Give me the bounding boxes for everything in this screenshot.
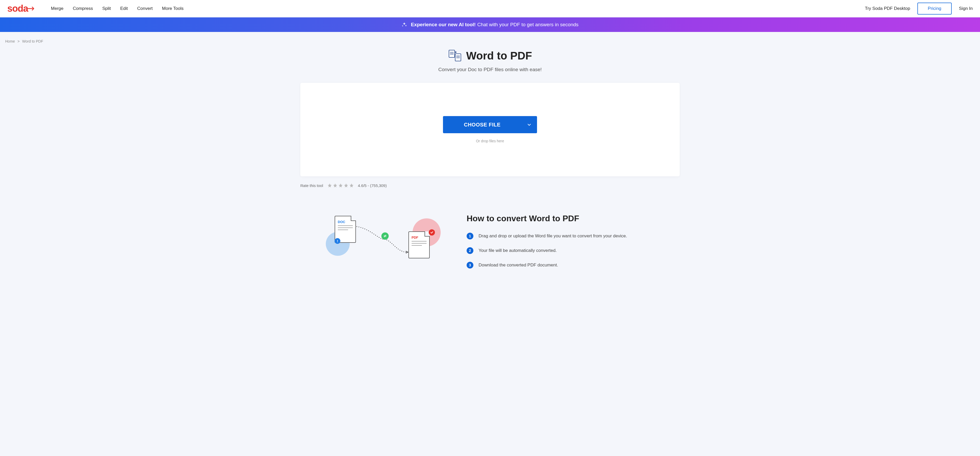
upload-dropzone[interactable]: CHOOSE FILE Or drop files here bbox=[300, 83, 680, 176]
breadcrumb-sep: > bbox=[18, 39, 19, 43]
star-icon[interactable] bbox=[333, 183, 337, 188]
step-text: Drag and drop or upload the Word file yo… bbox=[479, 233, 627, 240]
banner-bold: Experience our new AI tool! bbox=[411, 22, 476, 27]
pdf-file-icon: PDF bbox=[409, 231, 430, 258]
title-section: Word to PDF Convert your Doc to PDF file… bbox=[0, 49, 980, 73]
choose-file-label: CHOOSE FILE bbox=[443, 122, 522, 128]
sign-in-link[interactable]: Sign In bbox=[959, 6, 973, 11]
main-nav: Merge Compress Split Edit Convert More T… bbox=[51, 6, 183, 11]
rating-row: Rate this tool 4.6/5 - (755,309) bbox=[300, 183, 680, 188]
swap-icon bbox=[382, 232, 389, 240]
star-icon[interactable] bbox=[349, 183, 354, 188]
breadcrumb-home[interactable]: Home bbox=[5, 39, 15, 43]
page-title: Word to PDF bbox=[466, 49, 532, 62]
howto-step: 1 Drag and drop or upload the Word file … bbox=[467, 233, 656, 240]
chevron-down-icon[interactable] bbox=[522, 122, 537, 127]
howto-illustration: DOC ! PDF bbox=[324, 214, 446, 263]
nav-compress[interactable]: Compress bbox=[73, 6, 93, 11]
ai-banner[interactable]: Experience our new AI tool! Chat with yo… bbox=[0, 17, 980, 32]
howto-title: How to convert Word to PDF bbox=[467, 214, 656, 223]
step-badge: 3 bbox=[467, 262, 473, 269]
star-icon[interactable] bbox=[344, 183, 348, 188]
try-desktop-link[interactable]: Try Soda PDF Desktop bbox=[865, 6, 910, 11]
banner-text: Chat with your PDF to get answers in sec… bbox=[477, 22, 579, 27]
pricing-button[interactable]: Pricing bbox=[917, 3, 952, 14]
nav-more-tools[interactable]: More Tools bbox=[162, 6, 184, 11]
step-text: Download the converted PDF document. bbox=[479, 262, 558, 269]
logo[interactable]: soda bbox=[7, 3, 35, 14]
step-badge: 1 bbox=[467, 233, 473, 240]
nav-convert[interactable]: Convert bbox=[137, 6, 153, 11]
rating-score: 4.6/5 - (755,309) bbox=[358, 183, 387, 188]
svg-rect-4 bbox=[455, 54, 461, 61]
right-nav: Try Soda PDF Desktop Pricing Sign In bbox=[865, 3, 973, 14]
check-badge-icon bbox=[429, 229, 435, 235]
doc-to-pdf-icon bbox=[448, 49, 463, 62]
howto-step: 3 Download the converted PDF document. bbox=[467, 262, 656, 269]
app-header: soda Merge Compress Split Edit Convert M… bbox=[0, 0, 980, 17]
nav-split[interactable]: Split bbox=[102, 6, 111, 11]
howto-section: DOC ! PDF How to convert Word to PDF 1 D… bbox=[318, 214, 662, 276]
nav-merge[interactable]: Merge bbox=[51, 6, 64, 11]
howto-content: How to convert Word to PDF 1 Drag and dr… bbox=[467, 214, 656, 276]
breadcrumb-current: Word to PDF bbox=[22, 39, 43, 43]
drop-hint: Or drop files here bbox=[476, 139, 504, 143]
arrow-right-icon bbox=[27, 6, 35, 11]
choose-file-button[interactable]: CHOOSE FILE bbox=[443, 116, 537, 133]
exclaim-badge-icon: ! bbox=[335, 238, 340, 244]
svg-rect-0 bbox=[449, 50, 455, 57]
star-icon[interactable] bbox=[327, 183, 332, 188]
nav-edit[interactable]: Edit bbox=[120, 6, 128, 11]
step-text: Your file will be automatically converte… bbox=[479, 247, 557, 254]
page-subtitle: Convert your Doc to PDF files online wit… bbox=[0, 67, 980, 73]
rating-stars[interactable] bbox=[327, 183, 354, 188]
howto-step: 2 Your file will be automatically conver… bbox=[467, 247, 656, 254]
breadcrumb: Home > Word to PDF bbox=[0, 32, 980, 48]
sparkle-icon bbox=[401, 22, 407, 27]
rating-label: Rate this tool bbox=[300, 183, 323, 188]
star-icon[interactable] bbox=[338, 183, 343, 188]
step-badge: 2 bbox=[467, 247, 473, 254]
logo-text: soda bbox=[7, 3, 28, 14]
dotted-path-icon bbox=[352, 224, 412, 255]
